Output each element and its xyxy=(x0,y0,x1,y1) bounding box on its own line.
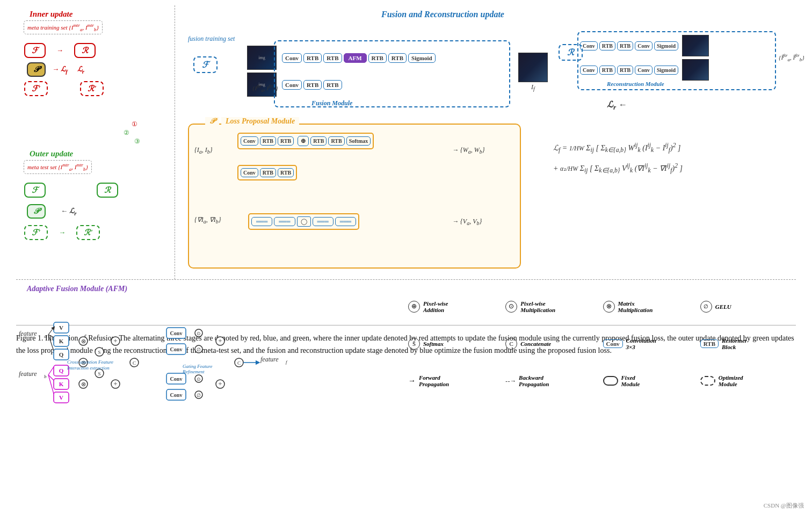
conv-1-top: Conv xyxy=(282,53,302,63)
reconstruction-module-label: Reconstruction Module xyxy=(607,81,664,87)
legend-pixel-multiplication: ⊙ Pixel-wiseMultiplication xyxy=(505,290,595,323)
gradient-label: {∇Ia, ∇Ib} xyxy=(194,216,221,225)
legend-panel: ⊕ Pixel-wiseAddition ⊙ Pixel-wiseMultipl… xyxy=(403,285,795,403)
grad-block-4: ═══ xyxy=(335,217,356,226)
inner-F-prime-module: ℱ' xyxy=(24,81,48,96)
outer-P-module: 𝒫 xyxy=(27,204,46,219)
output-set-label: {Îftra, Îftrb} xyxy=(779,53,804,62)
svg-text:∅: ∅ xyxy=(197,347,201,352)
svg-text:⊙: ⊙ xyxy=(197,377,201,382)
inner-P-module: 𝒫 xyxy=(27,62,46,77)
svg-text:C: C xyxy=(133,360,136,366)
recon-conv-1: Conv xyxy=(580,41,598,50)
conv-1-bot: Conv xyxy=(282,80,302,90)
svg-text:Interaction extraction: Interaction extraction xyxy=(67,365,110,371)
svg-text:K: K xyxy=(59,381,64,387)
svg-text:feature: feature xyxy=(260,356,279,363)
inner-R-prime-module: ℛ' xyxy=(80,81,104,96)
svg-text:+: + xyxy=(218,380,222,388)
recon-rtb-1: RTB xyxy=(599,41,615,50)
afm-module: AFM xyxy=(344,53,367,63)
svg-text:b: b xyxy=(44,374,47,379)
outer-F-prime-module: ℱ' xyxy=(24,225,48,240)
fusion-reconstruction-title: Fusion and Reconstruction update xyxy=(381,10,504,19)
legend-pixel-addition: ⊕ Pixel-wiseAddition xyxy=(408,290,497,323)
lf-formula: ℒf = 1/HW Σij [ Σk∈{a,b} Wijk (Iijk − Ii… xyxy=(553,140,683,177)
svg-text:Q: Q xyxy=(59,351,64,358)
svg-text:Conv: Conv xyxy=(170,330,183,336)
recon-conv-2: Conv xyxy=(635,41,653,50)
recon-sigmoid-2: Sigmoid xyxy=(654,66,678,75)
legend-gelu: ∅ GELU xyxy=(700,290,789,323)
svg-line-63 xyxy=(48,367,54,375)
rtb-1-bot: RTB xyxy=(303,80,322,90)
svg-text:V: V xyxy=(59,394,63,401)
legend-conv: Conv Convolution3×3 xyxy=(603,327,692,360)
afm-diagram: feature a feature b V K Q Q K V ⊗ ⊗ xyxy=(16,293,392,411)
svg-text:⊙: ⊙ xyxy=(197,331,201,336)
loss-proposal-title: 𝒫 xyxy=(205,117,219,126)
svg-text:feature: feature xyxy=(19,330,37,337)
step-1: ① xyxy=(132,120,137,128)
svg-text:⊗: ⊗ xyxy=(81,338,86,344)
legend-concatenate: C Concatenate xyxy=(505,327,595,360)
step-3: ③ xyxy=(134,137,140,146)
svg-text:C: C xyxy=(237,360,241,366)
rtb-3-top: RTB xyxy=(368,53,387,63)
fusion-module-label: Fusion Module xyxy=(311,99,352,107)
inner-F-module: ℱ xyxy=(24,43,46,58)
svg-text:+: + xyxy=(218,337,222,345)
lp-conv-1: Conv xyxy=(241,136,258,146)
legend-optimized-module: OptimizedModule xyxy=(700,365,789,397)
legend-fixed-module: FixedModule xyxy=(603,365,692,397)
svg-text:V: V xyxy=(59,324,63,331)
rtb-2-bot: RTB xyxy=(323,80,342,90)
svg-text:∅: ∅ xyxy=(197,393,201,398)
recon-conv-3: Conv xyxy=(580,66,598,75)
legend-forward: → ForwardPropagation xyxy=(408,365,497,397)
svg-text:S: S xyxy=(98,350,100,355)
svg-text:Conv: Conv xyxy=(170,376,183,382)
reconstruction-R-module: ℛ xyxy=(559,44,583,61)
rtb-4-top: RTB xyxy=(388,53,407,63)
svg-text:+: + xyxy=(113,337,117,345)
recon-sigmoid: Sigmoid xyxy=(654,41,678,50)
lp-rtb-2: RTB xyxy=(278,136,294,146)
grad-op: ◯ xyxy=(297,216,311,227)
svg-text:+: + xyxy=(113,380,117,388)
svg-text:feature: feature xyxy=(19,370,37,378)
wa-wb-label: → {Wa, Wb} xyxy=(452,146,485,155)
ftr-set-label: {Iftra, Iftrb} xyxy=(252,83,278,93)
svg-text:Conv: Conv xyxy=(170,346,183,352)
lp-rtb-6: RTB xyxy=(278,168,294,177)
svg-text:⊗: ⊗ xyxy=(81,381,86,387)
svg-text:a: a xyxy=(44,334,47,339)
recon-rtb-4: RTB xyxy=(617,66,633,75)
if-image xyxy=(518,53,548,82)
svg-text:Gating Feature: Gating Feature xyxy=(183,364,212,369)
lp-softmax: Softmax xyxy=(346,136,371,146)
csdn-watermark: CSDN @图像强 xyxy=(764,502,804,510)
legend-matrix-multiplication: ⊗ MatrixMultiplication xyxy=(603,290,692,323)
outer-update-label: Outer update xyxy=(30,149,73,158)
lp-concat: ⊕ xyxy=(298,136,309,146)
legend-rtb: RTB RestormerBlock xyxy=(700,327,789,360)
outer-R-prime-module: ℛ' xyxy=(76,225,100,240)
lr-arrow: ℒr ← xyxy=(607,99,627,112)
fusion-F-module: ℱ xyxy=(193,56,218,73)
loss-proposal-module-title: Loss Proposal Module xyxy=(221,117,299,126)
step-2: ② xyxy=(124,129,129,137)
svg-text:S: S xyxy=(98,371,100,377)
grad-block-3: ═══ xyxy=(313,217,334,226)
lp-rtb-3: RTB xyxy=(310,136,327,146)
svg-text:Q: Q xyxy=(59,367,64,374)
svg-line-60 xyxy=(48,328,54,335)
recon-out-img-bot xyxy=(682,59,709,81)
recon-rtb-3: RTB xyxy=(599,66,615,75)
recon-out-img-top xyxy=(682,35,709,56)
inner-R-module: ℛ xyxy=(74,43,96,58)
lp-rtb-4: RTB xyxy=(328,136,344,146)
svg-text:Cross-attention Feature: Cross-attention Feature xyxy=(67,359,113,365)
outer-R-module: ℛ xyxy=(97,183,118,198)
input-image-top: img xyxy=(247,46,277,70)
